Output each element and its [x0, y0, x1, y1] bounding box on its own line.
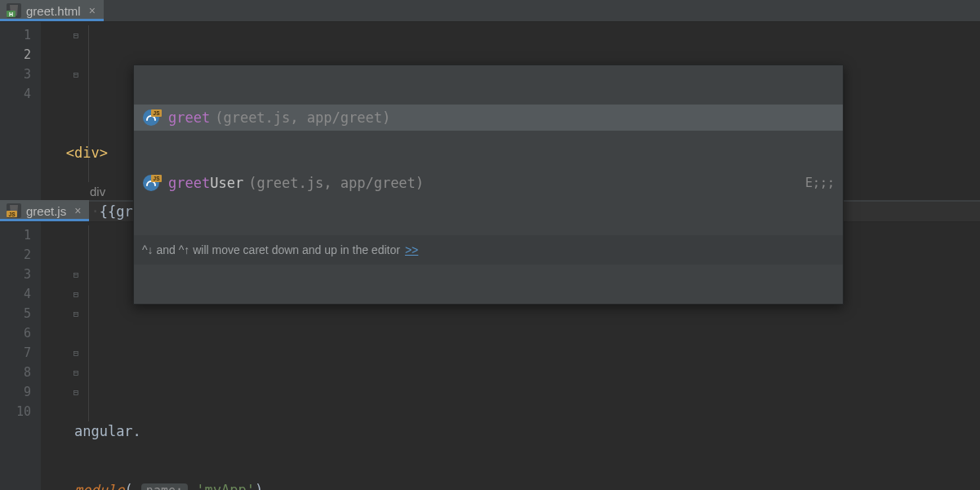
method: module [74, 482, 124, 490]
string-token: 'myApp' [196, 482, 255, 490]
line-number: 4 [0, 284, 31, 304]
line-number: 1 [0, 225, 31, 245]
fold-icon[interactable]: ⊟ [71, 363, 81, 383]
editor-pane-html: greet.html × 1 2 3 4 ⊟ ⊟ <div> ····{{gre… [0, 0, 980, 200]
line-number: 5 [0, 304, 31, 323]
tag-token: <div> [66, 145, 108, 161]
close-icon[interactable]: × [74, 204, 81, 217]
code-line: module( name: 'myApp'). [41, 480, 980, 490]
tab-label: greet.js [26, 204, 66, 218]
fold-icon[interactable]: ⊟ [71, 26, 81, 46]
fold-icon[interactable]: ⊟ [71, 344, 81, 363]
code-area[interactable]: ⊟ ⊟ <div> ····{{greet}} < greet (greet.j… [41, 22, 980, 200]
line-number: 8 [0, 363, 31, 382]
line-gutter: 1 2 3 4 [0, 22, 41, 200]
tail-text: E;;; [805, 173, 835, 193]
line-number: 10 [0, 402, 31, 421]
location-text: (greet.js, app/greet) [215, 108, 390, 127]
html-file-icon [7, 3, 21, 18]
location-text: (greet.js, app/greet) [248, 173, 424, 193]
js-file-icon [7, 203, 21, 218]
line-number: 4 [0, 84, 31, 104]
line-number: 2 [0, 245, 31, 265]
fold-icon[interactable]: ⊟ [71, 305, 81, 324]
match-text: greet [168, 173, 210, 193]
identifier: angular [74, 423, 133, 439]
js-symbol-icon [142, 174, 160, 192]
line-number: 3 [0, 65, 31, 84]
fold-icon[interactable]: ⊟ [71, 265, 81, 285]
tab-label: greet.html [26, 4, 81, 18]
js-symbol-icon [142, 109, 160, 127]
fold-icon[interactable]: ⊟ [71, 383, 81, 403]
line-number: 6 [0, 323, 31, 343]
line-number: 9 [0, 382, 31, 402]
autocomplete-popup: greet (greet.js, app/greet) greetUser (g… [133, 65, 844, 305]
code-line: angular. [41, 421, 980, 441]
tab-greet-html[interactable]: greet.html × [0, 0, 104, 21]
fold-icon[interactable]: ⊟ [71, 285, 81, 305]
line-gutter: 1 2 3 4 5 6 7 8 9 10 [0, 222, 41, 490]
code-editor-html[interactable]: 1 2 3 4 ⊟ ⊟ <div> ····{{greet}} < greet … [0, 22, 980, 200]
autocomplete-item[interactable]: greet (greet.js, app/greet) [134, 105, 843, 131]
breadcrumb[interactable]: div [90, 182, 105, 202]
fold-icon[interactable]: ⊟ [71, 65, 81, 85]
tab-bar: greet.html × [0, 0, 980, 22]
autocomplete-item[interactable]: greetUser (greet.js, app/greet) E;;; [134, 170, 843, 196]
line-number: 1 [0, 25, 31, 45]
close-icon[interactable]: × [89, 4, 96, 17]
indent-guide [88, 225, 89, 421]
hint-text: ^↓ and ^↑ will move caret down and up in… [142, 240, 400, 260]
hint-link[interactable]: >> [405, 240, 418, 260]
line-number: 7 [0, 343, 31, 363]
line-number: 3 [0, 265, 31, 284]
line-number: 2 [0, 45, 31, 65]
rest-text: User [210, 173, 243, 193]
tab-greet-js[interactable]: greet.js × [0, 200, 89, 221]
match-text: greet [168, 108, 210, 127]
param-hint: name: [141, 483, 188, 490]
autocomplete-hint: ^↓ and ^↑ will move caret down and up in… [134, 235, 843, 265]
